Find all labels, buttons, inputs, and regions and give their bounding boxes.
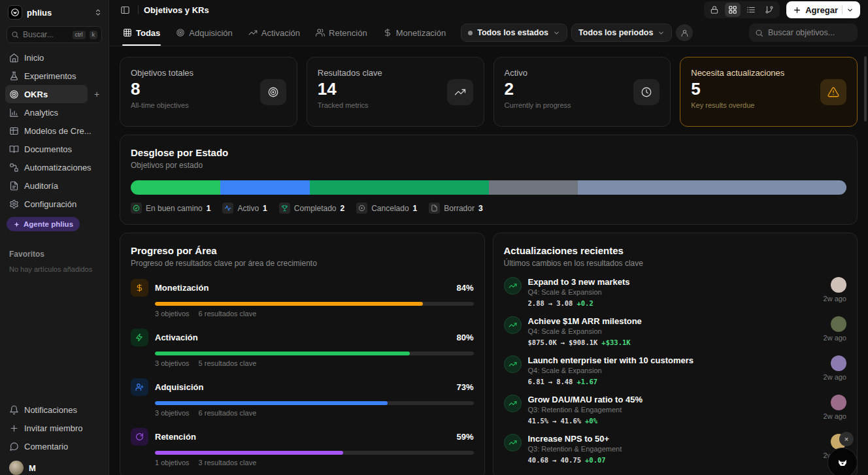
sidebar-toggle-button[interactable]	[117, 3, 133, 17]
periods-filter-dropdown[interactable]: Todos los periodos	[571, 24, 672, 42]
tab-adquisicion[interactable]: Adquisición	[170, 20, 239, 46]
segment-activo[interactable]	[220, 180, 310, 195]
dollar-icon	[131, 279, 148, 297]
sidebar-item-analytics[interactable]: Analytics	[5, 103, 103, 122]
sidebar-item-inicio[interactable]: Inicio	[5, 48, 103, 67]
chat-widget-button[interactable]	[827, 448, 858, 475]
area-row-adquisicion[interactable]: Adquisición 73% 3 objetivos6 resultados …	[131, 378, 474, 417]
branch-view-button[interactable]	[761, 3, 777, 17]
notifications-button[interactable]: Notificaciones	[5, 401, 103, 419]
agent-badge-label: Agente phlius	[24, 220, 73, 228]
stat-value: 5	[691, 79, 784, 99]
book-open-icon	[9, 144, 19, 154]
stat-card-active[interactable]: Activo 2 Currently in progress	[493, 57, 671, 127]
avatar	[831, 277, 846, 293]
sidebar-item-experimentos[interactable]: Experimentos	[5, 67, 103, 85]
stat-card-needs-updates[interactable]: Necesita actualizaciones 5 Key results o…	[680, 57, 858, 127]
area-percent: 84%	[456, 283, 473, 293]
update-item[interactable]: Launch enterprise tier with 10 customers…	[504, 355, 847, 385]
objectives-search-placeholder: Buscar objetivos...	[768, 28, 835, 37]
tab-monetizacion[interactable]: Monetización	[377, 20, 452, 46]
area-row-retencion[interactable]: Retención 59% 1 objetivos3 resultados cl…	[131, 428, 474, 467]
trending-up-icon	[504, 434, 522, 451]
sidebar-item-modelos[interactable]: Modelos de Cre...	[5, 122, 103, 140]
sidebar-search-placeholder: Buscar...	[23, 30, 69, 39]
add-okr-button[interactable]: +	[90, 89, 103, 99]
sidebar-item-automatizaciones[interactable]: Automatizaciones	[5, 158, 103, 176]
stat-value: 14	[318, 79, 382, 99]
update-time: 2w ago	[824, 295, 846, 303]
stat-value: 2	[505, 79, 571, 99]
trending-up-icon	[504, 395, 522, 412]
sparkles-icon	[13, 221, 20, 228]
segment-borrador[interactable]	[578, 180, 846, 195]
sidebar-item-documentos[interactable]: Documentos	[5, 140, 103, 158]
update-item[interactable]: Expand to 3 new markets Q4: Scale & Expa…	[504, 277, 847, 307]
zap-icon	[131, 329, 148, 346]
area-progress-card: Progreso por Área Progreso de resultados…	[120, 233, 485, 475]
agent-phlius-badge[interactable]: Agente phlius	[7, 217, 80, 231]
update-period: Q3: Retention & Engagement	[528, 406, 817, 414]
view-switcher	[704, 1, 780, 18]
area-row-monetizacion[interactable]: Monetización 84% 3 objetivos6 resultados…	[131, 279, 474, 318]
metric-to: 41.6%	[560, 417, 581, 425]
segment-en-buen-camino[interactable]	[131, 180, 220, 195]
sidebar-item-label: Modelos de Cre...	[24, 126, 92, 136]
sidebar-footer: Notificaciones Invitar miembro Comentari…	[0, 401, 108, 475]
sidebar-search-input[interactable]: Buscar... ctrl k	[7, 26, 102, 43]
legend-count: 2	[341, 204, 345, 213]
tab-label: Retención	[329, 28, 367, 38]
tab-activacion[interactable]: Activación	[242, 20, 306, 46]
sidebar-item-label: OKRs	[24, 90, 48, 99]
sidebar-item-okrs[interactable]: OKRs	[5, 85, 88, 103]
target-icon	[260, 79, 286, 105]
stat-card-total-objectives[interactable]: Objetivos totales 8 All-time objectives	[120, 57, 297, 127]
phlius-logo-icon	[8, 5, 22, 20]
feedback-button[interactable]: Comentario	[5, 437, 103, 455]
workspace-switcher[interactable]: phlius	[0, 0, 108, 24]
add-button-label: Agregar	[805, 5, 838, 15]
sidebar-item-configuracion[interactable]: Configuración	[5, 195, 103, 213]
area-objectives: 3 objetivos	[155, 359, 190, 367]
update-item[interactable]: Increase NPS to 50+ Q3: Retention & Enga…	[504, 434, 847, 464]
list-icon	[746, 5, 756, 14]
sidebar-item-label: Automatizaciones	[24, 163, 92, 172]
add-button[interactable]: Agregar	[786, 1, 860, 18]
user-menu[interactable]: M	[5, 455, 103, 475]
update-title: Launch enterprise tier with 10 customers	[528, 355, 817, 365]
update-period: Q4: Scale & Expansion	[528, 327, 817, 335]
check-circle-icon	[131, 203, 142, 214]
metric-delta: +0%	[585, 417, 597, 425]
area-row-activacion[interactable]: Activación 80% 3 objetivos5 resultados c…	[131, 329, 474, 367]
objectives-search-input[interactable]: Buscar objetivos...	[749, 24, 858, 42]
sidebar: phlius Buscar... ctrl k Inicio Experimen…	[0, 0, 109, 475]
grid-icon	[123, 28, 132, 37]
search-icon	[11, 31, 19, 39]
status-breakdown-card: Desglose por Estado Objetivos por estado…	[120, 135, 858, 225]
scrollbar[interactable]	[864, 56, 867, 122]
area-key-results: 5 resultados clave	[199, 359, 257, 367]
legend-label: Borrador	[444, 204, 475, 213]
update-title: Grow DAU/MAU ratio to 45%	[528, 395, 817, 404]
tab-todas[interactable]: Todas	[117, 20, 166, 46]
segment-cancelado[interactable]	[489, 180, 578, 195]
update-item[interactable]: Achieve $1M ARR milestone Q4: Scale & Ex…	[504, 316, 847, 346]
stat-card-key-results[interactable]: Resultados clave 14 Tracked metrics	[307, 57, 484, 127]
lock-button[interactable]	[707, 3, 722, 17]
chat-close-button[interactable]: ×	[839, 432, 854, 446]
list-view-button[interactable]	[743, 3, 759, 17]
update-item[interactable]: Grow DAU/MAU ratio to 45% Q3: Retention …	[504, 395, 847, 425]
grid-view-button[interactable]	[725, 3, 741, 17]
metric-delta: +0.2	[576, 299, 593, 307]
update-period: Q4: Scale & Expansion	[528, 367, 817, 374]
sidebar-item-auditoria[interactable]: Auditoría	[5, 176, 103, 195]
clock-icon	[633, 79, 659, 105]
divider	[842, 5, 843, 14]
states-filter-dropdown[interactable]: Todos los estados	[461, 24, 567, 42]
tab-retencion[interactable]: Retención	[310, 20, 373, 46]
invite-member-button[interactable]: Invitar miembro	[5, 419, 103, 437]
arrow-icon: →	[552, 417, 556, 425]
segment-completado[interactable]	[310, 180, 489, 195]
metric-delta: +0.07	[585, 456, 606, 464]
owner-filter-button[interactable]	[676, 24, 693, 41]
